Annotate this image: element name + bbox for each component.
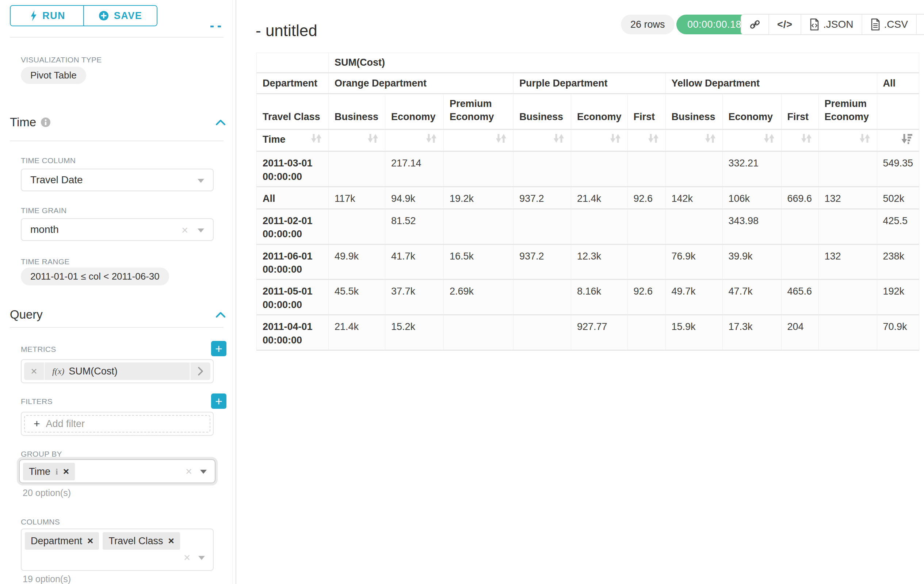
column-sort-cell[interactable] bbox=[571, 129, 628, 151]
column-sort-cell[interactable] bbox=[513, 129, 571, 151]
chart-title[interactable]: - untitled bbox=[256, 21, 317, 40]
caret-down-icon bbox=[198, 179, 204, 183]
value-cell bbox=[818, 151, 877, 187]
scrolled-icon-fragment bbox=[218, 26, 221, 27]
travel-class-cell: Business bbox=[665, 94, 723, 130]
columns-select[interactable]: Department×Travel Class× × bbox=[21, 528, 214, 571]
column-sort-cell[interactable] bbox=[723, 129, 781, 151]
time-range-label: TIME RANGE bbox=[21, 257, 70, 266]
value-cell: 70.9k bbox=[877, 315, 919, 350]
time-sort-cell[interactable]: Time bbox=[257, 129, 329, 151]
export-json-button[interactable]: .JSON bbox=[801, 15, 862, 34]
sort-icon[interactable] bbox=[553, 133, 565, 148]
sort-icon[interactable] bbox=[704, 133, 716, 148]
visualization-type-value[interactable]: Pivot Table bbox=[21, 67, 86, 84]
menu-button[interactable] bbox=[917, 15, 924, 34]
row-label-cell: 2011-04-01 00:00:00 bbox=[257, 315, 329, 350]
sort-icon[interactable] bbox=[425, 133, 437, 148]
metric-pill[interactable]: × f(x) SUM(Cost) bbox=[24, 362, 210, 380]
column-sort-cell[interactable] bbox=[665, 129, 723, 151]
time-column-label: TIME COLUMN bbox=[21, 156, 76, 165]
selected-option-tag[interactable]: Travel Class× bbox=[102, 532, 180, 550]
sort-desc-icon[interactable] bbox=[901, 133, 913, 148]
sort-icon[interactable] bbox=[367, 133, 379, 148]
sort-icon[interactable] bbox=[609, 133, 622, 148]
time-section-title: Time bbox=[10, 115, 36, 129]
column-sort-cell[interactable] bbox=[877, 129, 919, 151]
clear-icon[interactable]: × bbox=[182, 224, 188, 236]
add-metric-button[interactable]: + bbox=[211, 341, 226, 356]
column-sort-cell[interactable] bbox=[818, 129, 877, 151]
value-cell: 21.4k bbox=[571, 187, 628, 209]
tag-remove-icon[interactable]: × bbox=[168, 536, 174, 546]
value-cell: 937.2 bbox=[513, 244, 571, 280]
value-cell: 217.14 bbox=[385, 151, 444, 187]
value-cell bbox=[329, 209, 385, 244]
value-cell bbox=[444, 151, 513, 187]
export-toolbar: </> .JSON bbox=[741, 14, 924, 35]
value-cell bbox=[781, 151, 818, 187]
value-cell: 2.69k bbox=[444, 280, 513, 315]
travel-class-cell: Business bbox=[329, 94, 385, 130]
time-range-value[interactable]: 2011-01-01 ≤ col < 2011-06-30 bbox=[21, 268, 169, 285]
chevron-right-icon[interactable] bbox=[190, 362, 210, 380]
caret-down-icon[interactable] bbox=[198, 556, 205, 560]
sort-icon[interactable] bbox=[310, 133, 322, 148]
function-icon: f(x) bbox=[52, 367, 64, 376]
table-row: 2011-03-01 00:00:00217.14332.21549.35 bbox=[257, 151, 919, 187]
query-section-header[interactable]: Query bbox=[10, 308, 43, 322]
panel-scrollbar[interactable] bbox=[232, 0, 233, 584]
sort-icon[interactable] bbox=[800, 133, 813, 148]
tag-remove-icon[interactable]: × bbox=[63, 466, 69, 477]
sort-icon[interactable] bbox=[647, 133, 660, 148]
value-cell: 238k bbox=[877, 244, 919, 280]
row-label-cell: 2011-03-01 00:00:00 bbox=[257, 151, 329, 187]
value-cell bbox=[781, 209, 818, 244]
time-label: Time bbox=[262, 134, 285, 145]
column-sort-cell[interactable] bbox=[444, 129, 513, 151]
caret-down-icon[interactable] bbox=[200, 470, 207, 474]
column-sort-cell[interactable] bbox=[385, 129, 444, 151]
clear-icon[interactable]: × bbox=[186, 466, 192, 477]
selected-option-tag[interactable]: Department× bbox=[25, 532, 99, 550]
column-sort-cell[interactable] bbox=[781, 129, 818, 151]
column-sort-cell[interactable] bbox=[627, 129, 665, 151]
sort-icon[interactable] bbox=[859, 133, 871, 148]
run-button[interactable]: RUN bbox=[11, 6, 84, 26]
tag-info-icon[interactable]: i bbox=[56, 467, 58, 477]
value-cell: 92.6 bbox=[627, 187, 665, 209]
section-divider bbox=[10, 327, 223, 328]
tag-remove-icon[interactable]: × bbox=[87, 536, 93, 546]
view-query-button[interactable]: </> bbox=[769, 15, 801, 34]
sort-icon[interactable] bbox=[763, 133, 776, 148]
pivot-header-row: SUM(Cost) bbox=[257, 53, 919, 73]
info-icon[interactable] bbox=[41, 117, 51, 127]
value-cell: 16.5k bbox=[444, 244, 513, 280]
chevron-up-icon[interactable] bbox=[215, 118, 226, 128]
sort-icon[interactable] bbox=[495, 133, 507, 148]
value-cell: 49.9k bbox=[329, 244, 385, 280]
value-cell: 192k bbox=[877, 280, 919, 315]
travel-class-cell: First bbox=[781, 94, 818, 130]
group-by-label: GROUP BY bbox=[21, 450, 62, 459]
value-cell bbox=[627, 315, 665, 350]
selected-option-tag[interactable]: Timei× bbox=[23, 463, 75, 480]
add-filter-button[interactable]: + Add filter bbox=[24, 415, 210, 433]
export-csv-button[interactable]: .CSV bbox=[862, 15, 917, 34]
share-link-button[interactable] bbox=[741, 15, 769, 34]
value-cell: 15.2k bbox=[385, 315, 444, 350]
value-cell: 106k bbox=[723, 187, 781, 209]
metric-name: SUM(Cost) bbox=[69, 366, 117, 377]
group-by-select[interactable]: Timei× × bbox=[19, 459, 216, 483]
chevron-up-icon[interactable] bbox=[215, 311, 226, 320]
value-cell bbox=[665, 151, 723, 187]
time-section-header[interactable]: Time bbox=[10, 115, 51, 129]
remove-metric-icon[interactable]: × bbox=[24, 362, 45, 380]
value-cell: 76.9k bbox=[665, 244, 723, 280]
column-sort-cell[interactable] bbox=[329, 129, 385, 151]
save-button[interactable]: SAVE bbox=[84, 6, 157, 26]
clear-icon[interactable]: × bbox=[184, 552, 190, 563]
add-filter-plus-button[interactable]: + bbox=[211, 393, 226, 409]
time-grain-select[interactable]: month × bbox=[21, 218, 214, 241]
time-column-select[interactable]: Travel Date bbox=[21, 169, 214, 191]
